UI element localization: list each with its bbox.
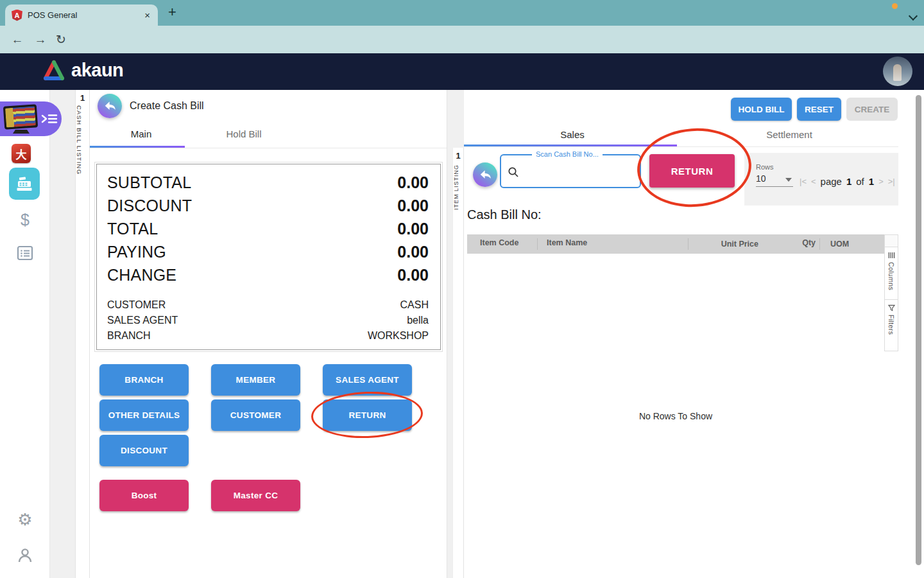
member-button[interactable]: MEMBER xyxy=(211,364,300,396)
sales-panel: HOLD BILL RESET CREATE Sales Settlement … xyxy=(464,90,898,578)
prev-page-icon[interactable]: < xyxy=(811,177,816,186)
tab-title: POS General xyxy=(28,10,138,20)
summary-row: PAYING 0.00 xyxy=(107,243,429,266)
create-button[interactable]: CREATE xyxy=(846,98,898,121)
last-page-icon[interactable]: >| xyxy=(888,177,895,186)
browser-tab[interactable]: A POS General × xyxy=(5,4,158,26)
user-avatar[interactable] xyxy=(883,57,912,86)
divider xyxy=(90,148,447,148)
summary-value: 0.00 xyxy=(397,197,429,215)
of-word: of xyxy=(856,176,864,187)
summary-row: CHANGE 0.00 xyxy=(107,266,429,289)
logo-text: akaun xyxy=(71,60,123,81)
summary-row: DISCOUNT 0.00 xyxy=(107,197,429,220)
browser-toolbar: ← → ↻ akaun.cloud/#/applet/tnt/wavelet/e… xyxy=(0,26,924,53)
tab-close-icon[interactable]: × xyxy=(143,10,151,21)
discount-button[interactable]: DISCOUNT xyxy=(99,435,189,466)
grid-side-tabs: Columns Filters xyxy=(884,234,898,351)
strip-label: ITEM LISTING xyxy=(453,164,459,210)
col-item-name[interactable]: Item Name xyxy=(538,238,689,250)
columns-side-tab[interactable]: Columns xyxy=(884,247,898,300)
summary-label: TOTAL xyxy=(107,220,158,238)
summary-value: 0.00 xyxy=(397,220,429,238)
return-scan-button[interactable]: RETURN xyxy=(649,154,735,188)
rows-per-page-select[interactable]: 10 xyxy=(756,173,793,187)
tabstrip-chevron-icon[interactable] xyxy=(910,13,916,19)
forward-nav-icon[interactable]: → xyxy=(31,26,50,53)
boost-button[interactable]: Boost xyxy=(99,480,189,511)
filter-funnel-icon xyxy=(888,304,895,311)
back-button-items[interactable] xyxy=(473,162,497,187)
columns-tab-label: Columns xyxy=(887,262,895,290)
search-icon xyxy=(508,166,519,178)
bill-summary-box: SUBTOTAL 0.00 DISCOUNT 0.00 TOTAL 0.00 P… xyxy=(96,164,441,350)
return-button[interactable]: RETURN xyxy=(323,399,412,431)
info-value: WORKSHOP xyxy=(368,330,429,342)
next-page-icon[interactable]: > xyxy=(878,177,884,186)
info-label: SALES AGENT xyxy=(107,315,178,326)
item-listing-strip[interactable]: 1 ITEM LISTING xyxy=(452,148,464,578)
rows-value: 10 xyxy=(756,173,766,184)
scan-input-label: Scan Cash Bill No... xyxy=(532,150,603,158)
filters-side-tab[interactable]: Filters xyxy=(884,300,898,351)
active-applet-pill[interactable] xyxy=(0,101,62,136)
menu-open-icon[interactable] xyxy=(41,112,58,125)
pos-terminal-thumbnail xyxy=(3,104,38,134)
col-unit-price[interactable]: Unit Price xyxy=(689,240,762,249)
listing-card-icon[interactable] xyxy=(0,245,50,261)
summary-label: DISCOUNT xyxy=(107,197,192,215)
divider xyxy=(464,146,898,147)
hold-bill-button[interactable]: HOLD BILL xyxy=(731,98,792,121)
info-label: CUSTOMER xyxy=(107,299,166,311)
branch-button[interactable]: BRANCH xyxy=(99,364,189,396)
browser-tabstrip: A POS General × + xyxy=(0,0,924,26)
summary-label: SUBTOTAL xyxy=(107,173,191,192)
col-uom[interactable]: UOM xyxy=(820,240,871,249)
tab-main[interactable]: Main xyxy=(90,123,193,148)
info-row: BRANCH WORKSHOP xyxy=(107,330,429,346)
back-button[interactable] xyxy=(98,94,122,118)
dahua-app-icon[interactable]: 大 xyxy=(12,144,31,163)
profile-person-icon[interactable] xyxy=(0,547,50,564)
strip-index: 1 xyxy=(76,90,89,103)
page-scrollbar[interactable] xyxy=(916,95,921,565)
col-qty[interactable]: Qty xyxy=(762,238,820,250)
master-cc-button[interactable]: Master CC xyxy=(211,480,300,511)
current-page: 1 xyxy=(846,176,851,187)
first-page-icon[interactable]: |< xyxy=(800,177,807,186)
left-tabs: Main Hold Bill xyxy=(90,123,295,148)
other-details-button[interactable]: OTHER DETAILS xyxy=(99,399,189,431)
left-icon-rail xyxy=(0,90,50,578)
right-tabs: Sales Settlement xyxy=(464,125,898,146)
reload-icon[interactable]: ↻ xyxy=(51,26,71,53)
tab-hold-bill[interactable]: Hold Bill xyxy=(193,123,295,148)
page-word: page xyxy=(821,176,842,187)
pager: |< < page 1 of 1 > >| xyxy=(800,176,895,187)
info-value: CASH xyxy=(400,299,429,311)
cash-bill-no-label: Cash Bill No: xyxy=(467,207,542,222)
scan-cash-bill-input[interactable]: Scan Cash Bill No... xyxy=(500,154,641,188)
summary-row: SUBTOTAL 0.00 xyxy=(107,173,429,197)
tab-sales[interactable]: Sales xyxy=(464,125,681,146)
col-item-code[interactable]: Item Code xyxy=(467,238,538,250)
tab-settlement[interactable]: Settlement xyxy=(681,125,898,146)
pagination-block: Rows 10 |< < page 1 of 1 > >| xyxy=(744,153,898,206)
dollar-icon[interactable]: $ xyxy=(0,211,50,229)
settings-gear-icon[interactable]: ⚙ xyxy=(0,511,50,528)
back-nav-icon[interactable]: ← xyxy=(8,26,27,53)
akaun-triangle-icon xyxy=(42,60,65,81)
new-tab-button[interactable]: + xyxy=(168,4,176,21)
items-table-header: Item Code Item Name Unit Price Qty UOM xyxy=(467,234,884,254)
columns-icon xyxy=(888,252,895,259)
cash-register-icon[interactable] xyxy=(9,168,40,200)
items-grid-body: No Rows To Show xyxy=(467,254,884,578)
customer-button[interactable]: CUSTOMER xyxy=(211,399,300,431)
dropdown-caret-icon xyxy=(785,178,792,182)
cash-bill-listing-strip[interactable]: 1 CASH BILL LISTING xyxy=(75,90,90,578)
reset-button[interactable]: RESET xyxy=(797,98,841,121)
sales-agent-button[interactable]: SALES AGENT xyxy=(323,364,412,396)
notification-dot xyxy=(892,3,898,9)
right-gutter xyxy=(898,90,924,578)
grid-corner xyxy=(884,234,898,247)
strip-label: CASH BILL LISTING xyxy=(76,105,83,175)
